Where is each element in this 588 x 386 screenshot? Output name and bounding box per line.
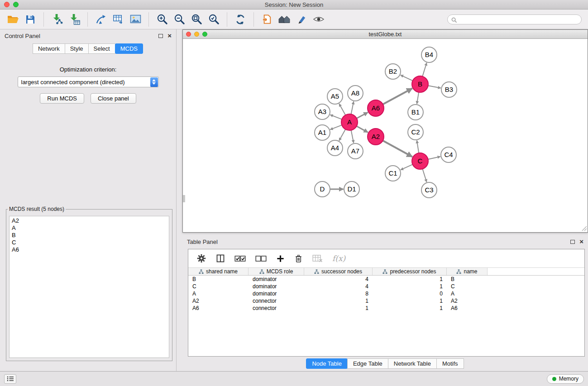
create-column-button[interactable]: [276, 254, 285, 263]
graph-node-A7[interactable]: A7: [348, 143, 363, 159]
tab-network-table[interactable]: Network Table: [388, 358, 437, 369]
graph-edge-B-B1[interactable]: [417, 92, 419, 104]
delete-table-button[interactable]: [312, 255, 323, 262]
zoom-fit-button[interactable]: [189, 11, 204, 28]
graph-node-B2[interactable]: B2: [385, 64, 401, 79]
optimization-criterion-dropdown[interactable]: largest connected component (directed): [18, 76, 159, 87]
export-table-button[interactable]: [111, 11, 125, 28]
export-network-button[interactable]: [94, 11, 108, 28]
import-network-from-file-button[interactable]: [50, 11, 64, 28]
close-window-button[interactable]: [4, 2, 10, 7]
network-close-button[interactable]: [186, 32, 191, 37]
tab-mcds[interactable]: MCDS: [115, 43, 143, 54]
graph-edge-A-A1[interactable]: [330, 125, 342, 129]
close-table-panel-icon[interactable]: ×: [579, 239, 583, 244]
table-row[interactable]: Adominator80A: [188, 290, 584, 297]
graph-edge-B-B2[interactable]: [401, 75, 413, 81]
tab-network[interactable]: Network: [33, 43, 65, 54]
graph-edge-A-A8[interactable]: [351, 101, 354, 114]
graph-node-D1[interactable]: D1: [344, 181, 359, 197]
select-all-button[interactable]: [234, 255, 246, 262]
tab-style[interactable]: Style: [65, 43, 89, 54]
graph-node-A5[interactable]: A5: [327, 89, 343, 104]
tab-node-table[interactable]: Node Table: [306, 358, 348, 369]
float-table-panel-icon[interactable]: [570, 240, 575, 244]
graph-edge-A-A2[interactable]: [357, 126, 368, 133]
resize-corner-icon[interactable]: [582, 226, 587, 231]
tab-edge-table[interactable]: Edge Table: [347, 358, 388, 369]
graph-edge-A-A7[interactable]: [351, 130, 354, 143]
graph-node-C1[interactable]: C1: [385, 166, 401, 181]
graph-node-B[interactable]: B: [412, 76, 428, 92]
graph-edge-C-C1[interactable]: [401, 164, 413, 170]
column-header-shared-name[interactable]: shared name: [188, 268, 249, 275]
deselect-all-button[interactable]: [255, 255, 267, 262]
table-row[interactable]: Bdominator41B: [188, 276, 584, 283]
graph-edge-C-C4[interactable]: [428, 157, 440, 159]
graph-node-B3[interactable]: B3: [441, 82, 457, 97]
result-item[interactable]: B: [10, 232, 169, 239]
home-view-button[interactable]: [277, 11, 292, 28]
open-file-button[interactable]: [6, 11, 20, 28]
result-item[interactable]: A: [10, 224, 169, 232]
float-panel-icon[interactable]: [158, 34, 163, 38]
column-header-mcds-role[interactable]: MCDS role: [249, 268, 304, 275]
result-item[interactable]: A6: [10, 246, 169, 253]
tab-motifs[interactable]: Motifs: [436, 358, 464, 369]
memory-button[interactable]: Memory: [547, 374, 584, 384]
graph-node-D[interactable]: D: [315, 181, 330, 197]
zoom-out-button[interactable]: [172, 11, 186, 28]
column-header-successor-nodes[interactable]: successor nodes: [304, 268, 373, 275]
show-hide-details-button[interactable]: [311, 11, 326, 28]
table-settings-button[interactable]: [196, 253, 206, 263]
result-item[interactable]: C: [10, 239, 169, 246]
network-zoom-button[interactable]: [202, 32, 207, 37]
zoom-in-button[interactable]: [155, 11, 169, 28]
zoom-selected-button[interactable]: [206, 11, 221, 28]
graph-node-A[interactable]: A: [341, 114, 358, 130]
export-image-button[interactable]: [128, 11, 143, 28]
graph-edge-B-B4[interactable]: [422, 63, 426, 76]
graph-node-A8[interactable]: A8: [348, 86, 363, 101]
column-header-predecessor-nodes[interactable]: predecessor nodes: [373, 268, 447, 275]
graph-edge-B-B3[interactable]: [428, 86, 441, 88]
graph-node-A2[interactable]: A2: [368, 129, 384, 145]
column-header-name[interactable]: name: [447, 268, 488, 275]
graph-node-B4[interactable]: B4: [421, 47, 437, 62]
graph-node-B1[interactable]: B1: [408, 105, 423, 120]
graph-node-C4[interactable]: C4: [441, 147, 456, 162]
graph-node-A1[interactable]: A1: [315, 125, 330, 140]
result-item[interactable]: A2: [10, 217, 169, 224]
network-canvas[interactable]: B4B2BB3A5A8A6A3B1AC2A1A2A4A7C4CC1C3DD1: [183, 39, 588, 232]
task-history-button[interactable]: [4, 374, 16, 384]
graph-edge-A-A3[interactable]: [330, 115, 342, 119]
graph-edge-C-C2[interactable]: [417, 140, 419, 153]
graph-edge-A-A6[interactable]: [357, 112, 368, 118]
annotation-pen-button[interactable]: [294, 11, 309, 28]
graph-edge-C-C3[interactable]: [422, 169, 426, 182]
graph-edge-A2-C[interactable]: [383, 141, 412, 157]
graph-node-C3[interactable]: C3: [421, 182, 437, 198]
function-builder-button[interactable]: f(x): [332, 254, 345, 263]
graph-node-C2[interactable]: C2: [408, 124, 423, 140]
delete-column-button[interactable]: [294, 254, 303, 263]
graph-edge-A6-B[interactable]: [383, 88, 412, 104]
canvas-scroll-thumb[interactable]: [183, 195, 185, 202]
graph-node-A6[interactable]: A6: [368, 100, 384, 116]
close-panel-button[interactable]: Close panel: [91, 93, 136, 104]
export-web-button[interactable]: [260, 11, 274, 28]
search-input[interactable]: [447, 14, 582, 24]
graph-edge-A-A4[interactable]: [339, 129, 345, 141]
graph-edge-A-A5[interactable]: [339, 104, 345, 115]
save-session-button[interactable]: [23, 11, 38, 28]
graph-node-C[interactable]: C: [412, 153, 428, 169]
import-table-from-file-button[interactable]: [67, 11, 81, 28]
table-row[interactable]: A2connector11A2: [188, 297, 584, 305]
table-row[interactable]: A6connector11A6: [188, 305, 584, 312]
table-row[interactable]: Cdominator41C: [188, 283, 584, 290]
tab-select[interactable]: Select: [88, 43, 115, 54]
show-column-button[interactable]: [216, 254, 225, 263]
graph-node-A4[interactable]: A4: [327, 140, 343, 156]
refresh-layout-button[interactable]: [233, 11, 248, 28]
graph-node-A3[interactable]: A3: [315, 104, 330, 119]
